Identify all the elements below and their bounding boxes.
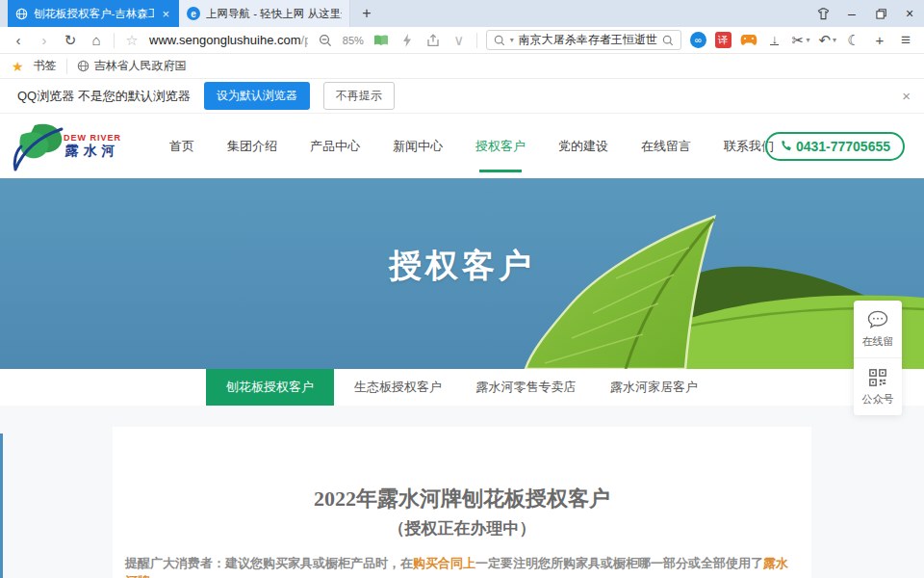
minimize-button[interactable]: – (837, 0, 866, 27)
logo-english: DEW RIVER (64, 133, 121, 143)
online-message-label: 在线留 (862, 334, 894, 349)
new-tab-button[interactable]: + (350, 0, 383, 27)
url-text[interactable]: www.sengonglushuihe.com/page/27.html (149, 33, 308, 47)
official-account-widget[interactable]: 公众号 (854, 357, 902, 415)
tab-title: 上网导航 - 轻快上网 从这里开始 (206, 7, 342, 21)
back-button[interactable]: ‹ (10, 30, 27, 51)
menu-hamburger-icon[interactable]: ≡ (897, 30, 914, 51)
consumer-notice: 提醒广大消费者：建议您购买家具或橱柜产品时，在购买合同上一定要注明您所购家具或橱… (125, 554, 799, 578)
share-icon[interactable] (424, 30, 442, 51)
qq-account-icon[interactable]: ∞ (690, 32, 706, 48)
site-logo[interactable]: DEW RIVER 露水河 (6, 119, 150, 173)
tab-particleboard-clients[interactable]: 刨花板授权客户 (206, 369, 334, 406)
tab-ecoboard-clients[interactable]: 生态板授权客户 (334, 369, 462, 406)
chat-bubble-icon (867, 310, 888, 329)
search-go-icon[interactable] (662, 35, 674, 46)
nav-item-group-intro[interactable]: 集团介绍 (225, 132, 279, 161)
nav-item-authorized-clients[interactable]: 授权客户 (474, 132, 527, 161)
nav-item-message-board[interactable]: 在线留言 (639, 132, 693, 161)
notification-close-icon[interactable]: × (902, 88, 911, 104)
search-engine-caret-icon[interactable]: ▾ (510, 36, 514, 44)
content-heading: 2022年露水河牌刨花板授权客户 (113, 485, 811, 513)
floating-side-widget: 在线留 公众号 (854, 301, 902, 415)
browser-tab-current[interactable]: 刨花板授权客户-吉林森工远东林业发 × (8, 0, 179, 27)
hero-banner: 授权客户 (0, 178, 924, 369)
tab-retail-stores[interactable]: 露水河零售专卖店 (462, 369, 590, 406)
tab-bar: 刨花板授权客户-吉林森工远东林业发 × e 上网导航 - 轻快上网 从这里开始 … (0, 0, 924, 27)
theme-skin-icon[interactable] (808, 0, 837, 27)
notification-message: QQ浏览器 不是您的默认浏览器 (17, 88, 191, 105)
window-controls: – × (808, 0, 924, 27)
bookmarks-bar: ★ 书签 吉林省人民政府国 (0, 54, 924, 79)
divider (66, 59, 67, 74)
dont-remind-button[interactable]: 不再提示 (323, 82, 395, 110)
night-mode-moon-icon[interactable]: ☾ (845, 30, 862, 51)
browser-toolbar: ‹ › ↻ ⌂ ☆ www.sengonglushuihe.com/page/2… (0, 27, 924, 54)
zoom-out-icon[interactable] (317, 30, 334, 51)
client-category-tabs: 刨花板授权客户 生态板授权客户 露水河零售专卖店 露水河家居客户 (0, 369, 924, 406)
download-icon[interactable]: ↓ (766, 30, 783, 51)
nav-page-icon: e (187, 7, 200, 20)
main-navigation: 首页 集团介绍 产品中心 新闻中心 授权客户 党的建设 在线留言 联系我们 (167, 132, 776, 161)
reload-icon[interactable]: ↻ (62, 30, 79, 51)
address-bar[interactable]: www.sengonglushuihe.com/page/27.html (149, 33, 308, 47)
notice-highlight-contract: 购买合同上 (413, 556, 475, 570)
home-icon[interactable]: ⌂ (88, 30, 105, 51)
tab-home-clients[interactable]: 露水河家居客户 (590, 369, 718, 406)
content-subheading: （授权正在办理中） (113, 517, 811, 539)
site-header: DEW RIVER 露水河 首页 集团介绍 产品中心 新闻中心 授权客户 党的建… (0, 114, 924, 178)
game-center-icon[interactable] (740, 30, 757, 51)
official-account-label: 公众号 (862, 392, 894, 407)
phone-icon (780, 140, 792, 152)
search-input[interactable]: ▾ 南京大屠杀幸存者王恒逝世 (486, 30, 681, 50)
reading-mode-icon[interactable] (372, 30, 390, 51)
toolbar-chevron-down-icon[interactable]: ∨ (450, 30, 468, 51)
hero-title: 授权客户 (0, 244, 924, 288)
restore-button[interactable] (866, 0, 895, 27)
flash-bolt-icon[interactable] (398, 30, 416, 51)
close-window-button[interactable]: × (895, 0, 924, 27)
nav-item-products[interactable]: 产品中心 (308, 132, 362, 161)
browser-window: 刨花板授权客户-吉林森工远东林业发 × e 上网导航 - 轻快上网 从这里开始 … (0, 0, 924, 578)
history-undo-icon[interactable]: ↶▾ (818, 30, 836, 51)
nav-item-party-building[interactable]: 党的建设 (556, 132, 610, 161)
translate-icon[interactable]: 译 (715, 32, 732, 48)
logo-chinese: 露水河 (65, 143, 120, 160)
browser-tab-navigation[interactable]: e 上网导航 - 轻快上网 从这里开始 (179, 0, 350, 27)
phone-button[interactable]: 0431-77705655 (765, 132, 905, 161)
globe-icon (77, 60, 90, 72)
default-browser-notification: QQ浏览器 不是您的默认浏览器 设为默认浏览器 不再提示 × (0, 79, 924, 114)
logo-text: DEW RIVER 露水河 (64, 133, 121, 160)
online-message-widget[interactable]: 在线留 (854, 301, 902, 357)
content-card: 2022年露水河牌刨花板授权客户 （授权正在办理中） 提醒广大消费者：建议您购买… (113, 427, 811, 578)
tab-close-icon[interactable]: × (160, 7, 171, 21)
forward-button[interactable]: › (36, 30, 53, 51)
nav-item-news[interactable]: 新闻中心 (391, 132, 445, 161)
page-content: 2022年露水河牌刨花板授权客户 （授权正在办理中） 提醒广大消费者：建议您购买… (0, 406, 924, 578)
add-toolbar-icon[interactable]: + (871, 30, 888, 51)
nav-item-home[interactable]: 首页 (167, 132, 196, 161)
tab-title: 刨花板授权客户-吉林森工远东林业发 (34, 7, 154, 21)
qrcode-icon (868, 368, 887, 387)
screenshot-scissors-icon[interactable]: ✂▾ (792, 30, 810, 51)
divider (476, 33, 477, 48)
zoom-level[interactable]: 85% (343, 35, 364, 46)
search-query[interactable]: 南京大屠杀幸存者王恒逝世 (519, 32, 657, 48)
globe-icon (15, 8, 28, 20)
divider (114, 33, 115, 48)
search-icon (494, 35, 505, 46)
bookmark-item[interactable]: 吉林省人民政府国 (77, 58, 187, 74)
bookmarks-star-icon: ★ (12, 59, 24, 74)
bookmark-star-icon[interactable]: ☆ (123, 30, 141, 51)
set-default-browser-button[interactable]: 设为默认浏览器 (204, 82, 310, 110)
window-edge-strip (0, 434, 3, 578)
bookmarks-label[interactable]: 书签 (34, 58, 57, 74)
